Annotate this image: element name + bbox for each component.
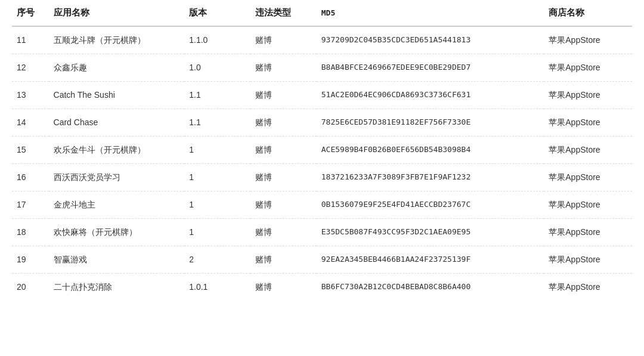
data-table: 序号 应用名称 版本 违法类型 MD5 商店名称 11五顺龙斗牌（开元棋牌）1.… xyxy=(12,0,632,301)
table-cell: 0B1536079E9F25E4FD41AECCBD23767C xyxy=(317,191,544,219)
table-cell: Catch The Sushi xyxy=(49,82,185,109)
table-cell: 1.0.1 xyxy=(184,274,250,301)
table-cell: 苹果AppStore xyxy=(544,82,632,109)
table-cell: B8AB4BFCE2469667EDEE9EC0BE29DED7 xyxy=(317,54,544,82)
table-row: 18欢快麻将（开元棋牌）1赌博E35DC5B087F493CC95F3D2C1A… xyxy=(12,219,632,246)
header-md5: MD5 xyxy=(317,0,544,26)
table-cell: 7825E6CED57D381E91182EF756F7330E xyxy=(317,109,544,137)
table-cell: 苹果AppStore xyxy=(544,109,632,137)
table-cell: 金虎斗地主 xyxy=(49,191,185,219)
table-row: 15欢乐金牛斗（开元棋牌）1赌博ACE5989B4F0B26B0EF656DB5… xyxy=(12,137,632,164)
table-cell: 11 xyxy=(12,26,49,54)
table-row: 11五顺龙斗牌（开元棋牌）1.1.0赌博937209D2C045B35CDC3E… xyxy=(12,26,632,54)
table-cell: BB6FC730A2B12C0CD4BEBAD8C8B6A400 xyxy=(317,274,544,301)
table-cell: 12 xyxy=(12,54,49,82)
table-cell: 2 xyxy=(184,246,250,274)
table-cell: 苹果AppStore xyxy=(544,219,632,246)
table-cell: 赌博 xyxy=(250,54,317,82)
table-cell: 苹果AppStore xyxy=(544,274,632,301)
table-row: 12众鑫乐趣1.0赌博B8AB4BFCE2469667EDEE9EC0BE29D… xyxy=(12,54,632,82)
table-cell: 赌博 xyxy=(250,82,317,109)
header-type: 违法类型 xyxy=(250,0,317,26)
table-cell: 18 xyxy=(12,219,49,246)
table-cell: 1 xyxy=(184,164,250,191)
table-cell: 西沃西沃党员学习 xyxy=(49,164,185,191)
header-index: 序号 xyxy=(12,0,49,26)
table-cell: 苹果AppStore xyxy=(544,164,632,191)
table-cell: 赌博 xyxy=(250,109,317,137)
table-row: 17金虎斗地主1赌博0B1536079E9F25E4FD41AECCBD2376… xyxy=(12,191,632,219)
table-cell: 欢快麻将（开元棋牌） xyxy=(49,219,185,246)
table-cell: 937209D2C045B35CDC3ED651A5441813 xyxy=(317,26,544,54)
table-cell: 16 xyxy=(12,164,49,191)
table-cell: Card Chase xyxy=(49,109,185,137)
table-cell: 15 xyxy=(12,137,49,164)
header-name: 应用名称 xyxy=(49,0,185,26)
table-cell: 智赢游戏 xyxy=(49,246,185,274)
table-cell: 赌博 xyxy=(250,274,317,301)
table-cell: 20 xyxy=(12,274,49,301)
table-cell: 1837216233A7F3089F3FB7E1F9AF1232 xyxy=(317,164,544,191)
table-container: 序号 应用名称 版本 违法类型 MD5 商店名称 11五顺龙斗牌（开元棋牌）1.… xyxy=(0,0,644,301)
table-cell: 1.1 xyxy=(184,82,250,109)
table-cell: 1 xyxy=(184,191,250,219)
table-cell: 苹果AppStore xyxy=(544,54,632,82)
table-cell: 17 xyxy=(12,191,49,219)
table-row: 16西沃西沃党员学习1赌博1837216233A7F3089F3FB7E1F9A… xyxy=(12,164,632,191)
table-cell: ACE5989B4F0B26B0EF656DB54B3098B4 xyxy=(317,137,544,164)
table-cell: 51AC2E0D64EC906CDA8693C3736CF631 xyxy=(317,82,544,109)
table-cell: 赌博 xyxy=(250,164,317,191)
header-store: 商店名称 xyxy=(544,0,632,26)
table-cell: E35DC5B087F493CC95F3D2C1AEA09E95 xyxy=(317,219,544,246)
table-row: 19智赢游戏2赌博92EA2A345BEB4466B1AA24F23725139… xyxy=(12,246,632,274)
table-cell: 13 xyxy=(12,82,49,109)
table-row: 20二十点扑克消除1.0.1赌博BB6FC730A2B12C0CD4BEBAD8… xyxy=(12,274,632,301)
table-cell: 五顺龙斗牌（开元棋牌） xyxy=(49,26,185,54)
table-cell: 1.1 xyxy=(184,109,250,137)
table-cell: 1 xyxy=(184,219,250,246)
table-cell: 1.1.0 xyxy=(184,26,250,54)
table-cell: 19 xyxy=(12,246,49,274)
table-cell: 赌博 xyxy=(250,137,317,164)
table-cell: 赌博 xyxy=(250,219,317,246)
table-cell: 苹果AppStore xyxy=(544,26,632,54)
table-cell: 赌博 xyxy=(250,191,317,219)
table-cell: 苹果AppStore xyxy=(544,191,632,219)
table-cell: 赌博 xyxy=(250,26,317,54)
table-cell: 赌博 xyxy=(250,246,317,274)
table-header-row: 序号 应用名称 版本 违法类型 MD5 商店名称 xyxy=(12,0,632,26)
table-cell: 苹果AppStore xyxy=(544,137,632,164)
header-version: 版本 xyxy=(184,0,250,26)
table-cell: 1.0 xyxy=(184,54,250,82)
table-cell: 苹果AppStore xyxy=(544,246,632,274)
table-cell: 14 xyxy=(12,109,49,137)
table-cell: 1 xyxy=(184,137,250,164)
table-row: 13Catch The Sushi1.1赌博51AC2E0D64EC906CDA… xyxy=(12,82,632,109)
table-cell: 欢乐金牛斗（开元棋牌） xyxy=(49,137,185,164)
table-cell: 92EA2A345BEB4466B1AA24F23725139F xyxy=(317,246,544,274)
table-row: 14Card Chase1.1赌博7825E6CED57D381E91182EF… xyxy=(12,109,632,137)
table-cell: 众鑫乐趣 xyxy=(49,54,185,82)
table-cell: 二十点扑克消除 xyxy=(49,274,185,301)
